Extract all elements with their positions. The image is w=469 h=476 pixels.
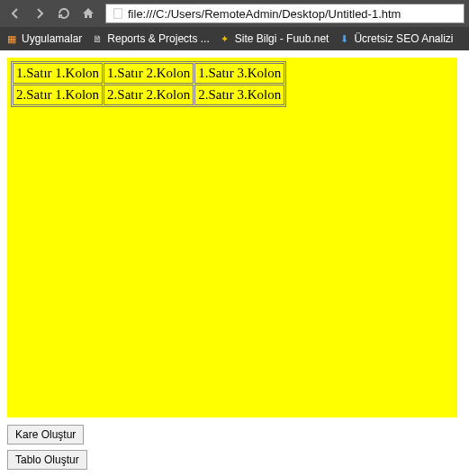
table-row: 1.Satır 1.Kolon 1.Satır 2.Kolon 1.Satır … [13,63,284,84]
table-cell: 2.Satır 2.Kolon [104,85,194,105]
table-cell: 2.Satır 1.Kolon [13,85,103,105]
document-icon: 🗎 [91,32,104,45]
table-cell: 1.Satır 3.Kolon [194,63,284,84]
generated-table: 1.Satır 1.Kolon 1.Satır 2.Kolon 1.Satır … [11,61,286,107]
url-text: file:///C:/Users/RemoteAdmin/Desktop/Unt… [128,7,401,21]
page-icon [112,7,124,20]
back-button[interactable] [5,3,26,24]
url-bar[interactable]: file:///C:/Users/RemoteAdmin/Desktop/Unt… [105,4,464,23]
browser-toolbar: file:///C:/Users/RemoteAdmin/Desktop/Unt… [0,0,469,27]
bookmarks-bar: ▦ Uygulamalar 🗎 Reports & Projects ... ✦… [0,27,469,50]
table-cell: 1.Satır 1.Kolon [13,63,103,84]
bookmark-label: Uygulamalar [22,32,82,45]
svg-rect-0 [114,9,122,19]
site-icon: ✦ [219,32,231,45]
forward-button[interactable] [29,3,50,24]
button-row: Kare Oluştur Tablo Oluştur [7,425,462,470]
bookmark-uygulamalar[interactable]: ▦ Uygulamalar [5,32,82,45]
bookmark-label: Reports & Projects ... [107,32,209,45]
bookmark-label: Ücretsiz SEO Analizi [354,32,453,45]
page-content: 1.Satır 1.Kolon 1.Satır 2.Kolon 1.Satır … [0,50,469,476]
home-button[interactable] [77,3,99,24]
bookmark-seo[interactable]: ⬇ Ücretsiz SEO Analizi [338,32,453,45]
table-row: 2.Satır 1.Kolon 2.Satır 2.Kolon 2.Satır … [13,85,284,105]
table-cell: 1.Satır 2.Kolon [104,63,194,84]
tablo-button[interactable]: Tablo Oluştur [7,450,87,470]
bookmark-sitebilgi[interactable]: ✦ Site Bilgi - Fuub.net [219,32,329,45]
table-cell: 2.Satır 3.Kolon [194,85,284,105]
bookmark-reports[interactable]: 🗎 Reports & Projects ... [91,32,209,45]
yellow-square: 1.Satır 1.Kolon 1.Satır 2.Kolon 1.Satır … [7,58,457,418]
bookmark-label: Site Bilgi - Fuub.net [235,32,329,45]
seo-icon: ⬇ [338,32,350,45]
kare-button[interactable]: Kare Oluştur [7,425,84,445]
reload-button[interactable] [53,3,75,24]
apps-icon: ▦ [5,32,18,45]
